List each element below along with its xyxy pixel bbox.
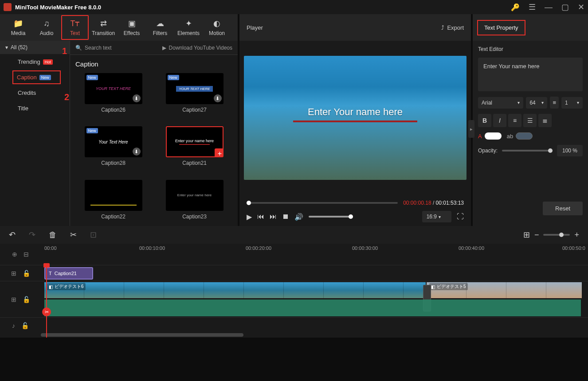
caption-card-22[interactable]: Caption22 (75, 180, 151, 226)
sidebar-item-trending[interactable]: TrendingHot (0, 54, 70, 70)
volume-slider[interactable] (309, 216, 353, 218)
maximize-button[interactable]: ▢ (561, 2, 569, 12)
opacity-value: 100 % (557, 145, 583, 156)
line-spacing-icon[interactable]: ≡ (550, 97, 559, 109)
align-left-button[interactable]: ≡ (508, 114, 521, 127)
search-icon: 🔍 (75, 45, 82, 51)
play-button[interactable]: ▶ (247, 213, 252, 221)
clip-icon: ◧ (49, 284, 53, 289)
undo-button[interactable]: ↶ (9, 230, 16, 240)
caption-text-input[interactable] (478, 58, 583, 91)
fit-zoom-icon[interactable]: ⊞ (523, 230, 530, 240)
player-label: Player (247, 24, 263, 31)
text-property-tab[interactable]: Text Property (477, 20, 525, 35)
motion-icon: ◐ (213, 19, 220, 28)
youtube-icon: ▶ (162, 45, 166, 51)
caption-card-23[interactable]: Enter your name here Caption23 (157, 180, 232, 226)
app-logo (4, 3, 12, 11)
text-track: ⊞ 🔓 TCaption21 (0, 265, 588, 281)
hamburger-menu-icon[interactable]: ☰ (529, 2, 536, 12)
search-input[interactable]: 🔍Search text (75, 45, 112, 51)
align-right-button[interactable]: ≣ (538, 114, 552, 127)
progress-slider[interactable] (247, 202, 398, 204)
sidebar-item-credits[interactable]: Credits (0, 85, 70, 101)
text-track-icon[interactable]: ⊞ (11, 270, 16, 277)
video-clip-1[interactable]: ◧ビデオテスト6 (44, 282, 426, 298)
minimize-button[interactable]: — (545, 3, 553, 12)
effects-tab[interactable]: ▣Effects (118, 15, 145, 40)
opacity-label: Opacity: (478, 148, 498, 154)
collapse-track-icon[interactable]: ⊟ (24, 251, 29, 258)
video-track-icon[interactable]: ⊞ (11, 296, 16, 303)
transition-tab[interactable]: ⇄Transition (90, 15, 117, 40)
bold-button[interactable]: B (478, 114, 491, 127)
text-icon: T (49, 271, 52, 276)
sidebar-all[interactable]: ▾All (52) (0, 41, 70, 54)
align-center-button[interactable]: ☰ (523, 114, 537, 127)
font-size-select[interactable]: 64 (526, 97, 547, 109)
stop-button[interactable]: ⏹ (282, 213, 289, 221)
fullscreen-button[interactable]: ⛶ (457, 213, 464, 221)
video-preview[interactable]: Enter Your name here (244, 56, 466, 180)
timeline-scrollbar[interactable] (0, 333, 588, 338)
italic-button[interactable]: I (493, 114, 506, 127)
motion-tab[interactable]: ◐Motion (203, 15, 231, 40)
volume-icon[interactable]: 🔊 (294, 213, 303, 221)
text-tab[interactable]: TᴛText (61, 15, 89, 40)
download-youtube-link[interactable]: ▶Download YouTube Videos (162, 45, 232, 51)
chevron-down-icon: ▾ (5, 44, 8, 51)
redo-button[interactable]: ↷ (29, 230, 35, 240)
audio-waveform[interactable] (44, 299, 581, 316)
caption-card-27[interactable]: NewYOUR TEXT HERE⬇ Caption27 (157, 73, 232, 119)
add-icon[interactable]: + (215, 148, 223, 157)
aspect-ratio-select[interactable]: 16:9 (422, 211, 451, 222)
delete-button[interactable]: 🗑 (49, 230, 57, 240)
expand-panel-icon[interactable]: ▸ (468, 120, 474, 138)
caption-card-21[interactable]: Enter your name here+ Caption21 3 (157, 126, 232, 172)
lock-icon[interactable]: 🔓 (21, 322, 29, 329)
crop-button[interactable]: ⊡ (90, 230, 97, 240)
highlight-color-swatch[interactable] (516, 132, 533, 140)
media-tab[interactable]: 📁Media (4, 15, 32, 40)
font-family-select[interactable]: Arial (478, 97, 523, 109)
app-title: MiniTool MovieMaker Free 8.0.0 (15, 4, 511, 11)
next-frame-button[interactable]: ⏭ (270, 213, 277, 221)
zoom-in-button[interactable]: + (574, 230, 579, 240)
transition-icon: ⇄ (100, 19, 107, 28)
reset-button[interactable]: Reset (543, 202, 583, 215)
filters-tab[interactable]: ☁Filters (146, 15, 174, 40)
split-button[interactable]: ✂ (70, 230, 77, 240)
caption-clip[interactable]: TCaption21 (44, 267, 93, 280)
zoom-out-button[interactable]: − (534, 230, 539, 240)
zoom-slider[interactable] (543, 234, 570, 236)
prev-frame-button[interactable]: ⏮ (257, 213, 264, 221)
lock-icon[interactable]: 🔓 (23, 270, 30, 277)
timeline-ruler[interactable]: 00:00 00:00:10:00 00:00:20:00 00:00:30:0… (41, 244, 588, 265)
export-icon: ⤴ (441, 24, 444, 31)
audio-tab[interactable]: ♫Audio (33, 15, 60, 40)
text-color-icon: A (478, 133, 482, 140)
caption-card-26[interactable]: NewYOUR TEXT HERE⬇ Caption26 (75, 73, 151, 119)
caption-gallery: NewYOUR TEXT HERE⬇ Caption26 NewYOUR TEX… (70, 73, 238, 226)
filters-icon: ☁ (156, 19, 164, 28)
sidebar-item-caption[interactable]: CaptionNew (12, 70, 61, 84)
lock-icon[interactable]: 🔓 (23, 296, 30, 303)
preview-caption-text: Enter Your name here (308, 106, 403, 118)
caption-card-28[interactable]: NewYour Text Here⬇ Caption28 (75, 126, 151, 172)
key-icon[interactable]: 🔑 (511, 3, 520, 12)
close-button[interactable]: ✕ (578, 2, 584, 12)
video-clip-2[interactable]: ◧ビデオテスト5 (427, 282, 582, 298)
export-button[interactable]: ⤴Export (441, 24, 464, 31)
sidebar-item-title[interactable]: Title (0, 101, 70, 116)
add-track-icon[interactable]: ⊕ (12, 251, 17, 258)
highlight-color-icon: ab (507, 133, 513, 140)
line-spacing-select[interactable]: 1 (561, 97, 583, 109)
download-icon[interactable]: ⬇ (133, 94, 141, 102)
opacity-slider[interactable] (502, 150, 553, 152)
download-icon[interactable]: ⬇ (133, 148, 141, 156)
text-color-swatch[interactable] (485, 132, 502, 140)
elements-tab[interactable]: ✦Elements (175, 15, 202, 40)
audio-track-icon[interactable]: ♪ (12, 322, 15, 329)
download-icon[interactable]: ⬇ (214, 94, 222, 102)
clip-icon: ◧ (431, 284, 435, 289)
